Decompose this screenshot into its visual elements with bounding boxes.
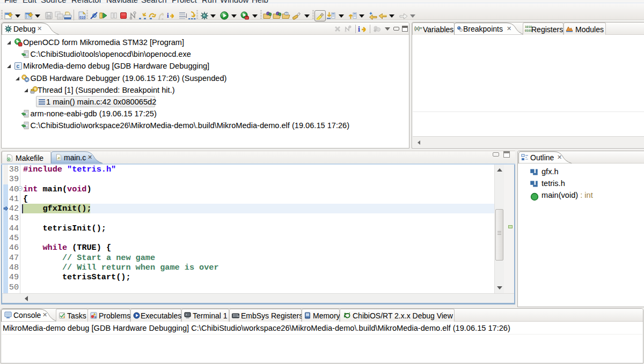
svg-text:i: i <box>167 12 169 19</box>
svg-text:c: c <box>17 63 20 69</box>
svg-text:.c: .c <box>57 156 60 160</box>
svg-text:i: i <box>358 25 360 33</box>
svg-text:010: 010 <box>79 16 85 19</box>
